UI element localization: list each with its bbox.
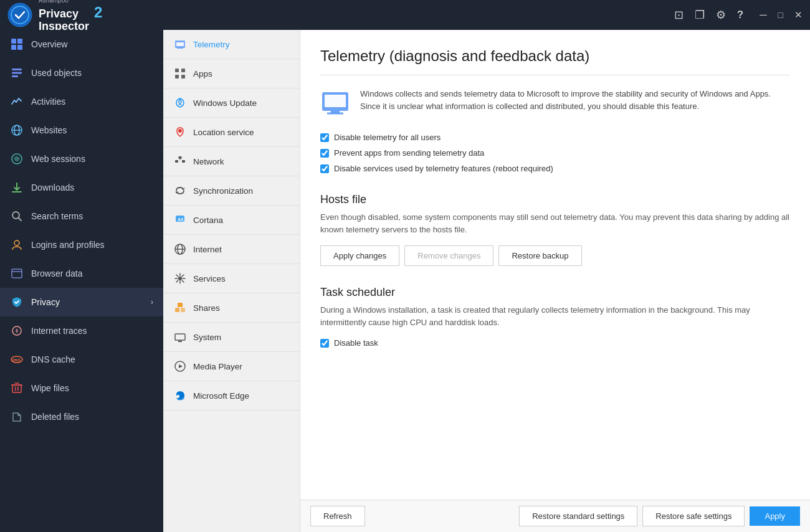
info-icon — [320, 88, 350, 118]
apps-icon — [173, 67, 187, 80]
sidebar-item-browser-data[interactable]: Browser data — [0, 259, 163, 288]
middle-item-synchronization[interactable]: Synchronization — [163, 176, 300, 206]
location-service-icon — [173, 125, 187, 139]
middle-label-cortana: Cortana — [193, 216, 223, 225]
content-area: Telemetry (diagnosis and feedback data) … — [300, 30, 810, 532]
middle-item-shares[interactable]: Shares — [163, 293, 300, 323]
websites-icon — [10, 123, 24, 137]
checkbox-prevent-apps-label: Prevent apps from sending telemetry data — [334, 148, 484, 158]
middle-label-apps: Apps — [193, 69, 212, 78]
sidebar-item-downloads[interactable]: Downloads — [0, 173, 163, 202]
app-logo-icon — [7, 2, 32, 27]
middle-item-services[interactable]: Services — [163, 264, 300, 293]
apply-button[interactable]: Apply — [750, 506, 800, 526]
sidebar-item-web-sessions[interactable]: Web sessions — [0, 145, 163, 173]
sidebar-item-websites[interactable]: Websites — [0, 116, 163, 145]
apply-changes-button[interactable]: Apply changes — [320, 245, 399, 266]
checkbox-disable-task[interactable]: Disable task — [320, 338, 790, 348]
remove-changes-button[interactable]: Remove changes — [404, 245, 493, 266]
middle-item-apps[interactable]: Apps — [163, 59, 300, 88]
internet-icon — [173, 242, 187, 256]
checkbox-prevent-apps-input[interactable] — [320, 149, 329, 158]
svg-text:DNS: DNS — [12, 358, 21, 362]
synchronization-icon — [173, 184, 187, 197]
web-sessions-icon — [10, 152, 24, 166]
monitor-icon[interactable]: ⊡ — [674, 8, 684, 22]
middle-label-system: System — [193, 333, 221, 342]
svg-rect-8 — [12, 75, 18, 77]
middle-panel: Telemetry Apps Windows Update Location s… — [163, 30, 300, 532]
refresh-button[interactable]: Refresh — [310, 506, 365, 526]
middle-item-internet[interactable]: Internet — [163, 235, 300, 264]
sidebar-label-used-objects: Used objects — [31, 68, 153, 78]
svg-rect-50 — [178, 303, 183, 307]
checkbox-disable-telemetry[interactable]: Disable telemetry for all users — [320, 133, 790, 142]
sidebar-item-wipe-files[interactable]: Wipe files — [0, 374, 163, 402]
middle-label-microsoft-edge: Microsoft Edge — [193, 391, 249, 401]
checkbox-disable-telemetry-input[interactable] — [320, 133, 329, 142]
checkbox-prevent-apps[interactable]: Prevent apps from sending telemetry data — [320, 148, 790, 158]
sidebar-item-privacy[interactable]: Privacy › — [0, 288, 163, 316]
svg-rect-33 — [175, 75, 179, 78]
middle-label-media-player: Media Player — [193, 362, 242, 371]
maximize-button[interactable]: □ — [778, 10, 783, 20]
sidebar-item-used-objects[interactable]: Used objects — [0, 59, 163, 87]
restore-standard-button[interactable]: Restore standard settings — [519, 506, 637, 526]
sidebar-item-dns-cache[interactable]: DNS DNS cache — [0, 345, 163, 374]
restore-backup-button[interactable]: Restore backup — [498, 245, 581, 266]
middle-item-telemetry[interactable]: Telemetry — [163, 30, 300, 59]
task-scheduler-heading: Task scheduler — [320, 286, 790, 299]
internet-traces-icon — [10, 324, 24, 338]
info-box: Windows collects and sends telemetry dat… — [320, 88, 790, 118]
sidebar-label-websites: Websites — [31, 125, 153, 135]
search-terms-icon — [10, 209, 24, 223]
svg-point-35 — [178, 129, 182, 133]
content-scroll: Telemetry (diagnosis and feedback data) … — [300, 30, 810, 500]
sidebar-item-deleted-files[interactable]: Deleted files — [0, 402, 163, 431]
app-name-label: PrivacyInspector — [39, 8, 89, 33]
logins-icon — [10, 238, 24, 252]
svg-point-47 — [178, 277, 182, 280]
checkbox-disable-services-input[interactable] — [320, 164, 329, 173]
settings-icon[interactable]: ⚙ — [716, 8, 726, 22]
downloads-icon — [10, 181, 24, 194]
checkbox-disable-task-label: Disable task — [334, 338, 378, 348]
middle-item-location-service[interactable]: Location service — [163, 118, 300, 147]
middle-label-network: Network — [193, 157, 224, 166]
checkbox-disable-task-input[interactable] — [320, 339, 329, 348]
middle-item-media-player[interactable]: Media Player — [163, 352, 300, 381]
middle-item-microsoft-edge[interactable]: Microsoft Edge — [163, 381, 300, 411]
sidebar-label-browser-data: Browser data — [31, 268, 153, 278]
close-button[interactable]: ✕ — [794, 9, 803, 21]
sidebar: Overview Used objects Activities Website… — [0, 30, 163, 532]
footer: Refresh Restore standard settings Restor… — [300, 500, 810, 532]
sidebar-label-search-terms: Search terms — [31, 211, 153, 221]
sidebar-item-search-terms[interactable]: Search terms — [0, 202, 163, 230]
svg-marker-54 — [179, 364, 183, 368]
svg-rect-29 — [177, 47, 183, 49]
middle-item-network[interactable]: Network — [163, 147, 300, 176]
page-title: Telemetry (diagnosis and feedback data) — [320, 47, 790, 65]
sidebar-item-logins-profiles[interactable]: Logins and profiles — [0, 230, 163, 259]
checkbox-disable-services[interactable]: Disable services used by telemetry featu… — [320, 164, 790, 173]
used-objects-icon — [10, 66, 24, 80]
svg-rect-38 — [179, 156, 182, 159]
middle-item-windows-update[interactable]: Windows Update — [163, 88, 300, 118]
middle-item-system[interactable]: System — [163, 323, 300, 352]
sidebar-label-web-sessions: Web sessions — [31, 154, 153, 164]
minimize-button[interactable]: ─ — [760, 9, 766, 21]
sidebar-label-dns-cache: DNS cache — [31, 354, 153, 364]
checkbox-disable-telemetry-label: Disable telemetry for all users — [334, 133, 441, 142]
sidebar-item-activities[interactable]: Activities — [0, 87, 163, 116]
window-icon[interactable]: ❐ — [695, 8, 705, 22]
middle-label-synchronization: Synchronization — [193, 186, 253, 196]
sidebar-item-overview[interactable]: Overview — [0, 30, 163, 59]
restore-safe-button[interactable]: Restore safe settings — [642, 506, 745, 526]
telemetry-checkboxes: Disable telemetry for all users Prevent … — [320, 133, 790, 173]
middle-item-cortana[interactable]: AX Cortana — [163, 206, 300, 235]
sidebar-label-logins: Logins and profiles — [31, 240, 153, 250]
svg-rect-30 — [176, 42, 184, 46]
sidebar-item-internet-traces[interactable]: Internet traces — [0, 316, 163, 345]
help-icon[interactable]: ? — [737, 9, 743, 21]
svg-rect-31 — [175, 69, 179, 72]
